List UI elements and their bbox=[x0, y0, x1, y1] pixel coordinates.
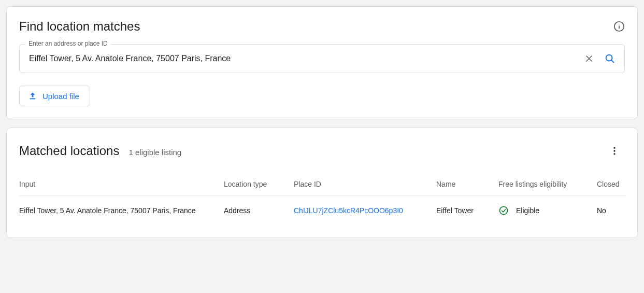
matched-subtitle: 1 eligible listing bbox=[128, 148, 181, 157]
search-field-row bbox=[19, 44, 625, 73]
svg-point-10 bbox=[613, 153, 615, 155]
matched-title-wrap: Matched locations 1 eligible listing bbox=[19, 144, 181, 158]
svg-rect-7 bbox=[30, 99, 36, 100]
cell-location-type: Address bbox=[224, 196, 294, 226]
svg-point-2 bbox=[619, 24, 619, 25]
place-id-link[interactable]: ChIJLU7jZClu5kcR4PcOOO6p3I0 bbox=[294, 206, 403, 215]
svg-line-6 bbox=[611, 60, 613, 62]
col-eligibility: Free listings eligibility bbox=[498, 174, 597, 196]
matched-locations-card: Matched locations 1 eligible listing Inp… bbox=[6, 128, 638, 238]
col-input: Input bbox=[19, 174, 224, 196]
info-icon[interactable] bbox=[613, 21, 625, 32]
search-icon bbox=[604, 53, 616, 64]
clear-button[interactable] bbox=[579, 48, 599, 69]
upload-icon bbox=[28, 91, 37, 101]
search-field-label: Enter an address or place ID bbox=[25, 40, 111, 47]
search-button[interactable] bbox=[599, 48, 620, 69]
check-circle-icon bbox=[498, 205, 509, 216]
matched-header: Matched locations 1 eligible listing bbox=[19, 141, 625, 161]
cell-name: Eiffel Tower bbox=[436, 196, 498, 226]
svg-point-9 bbox=[613, 150, 615, 151]
search-field: Enter an address or place ID bbox=[19, 44, 625, 73]
svg-point-8 bbox=[613, 147, 615, 149]
find-card-header: Find location matches bbox=[19, 19, 625, 34]
col-name: Name bbox=[436, 174, 498, 196]
table-row: Eiffel Tower, 5 Av. Anatole France, 7500… bbox=[19, 196, 625, 226]
more-options-button[interactable] bbox=[604, 141, 625, 161]
matched-title: Matched locations bbox=[19, 144, 119, 158]
matched-table: Input Location type Place ID Name Free l… bbox=[19, 174, 625, 225]
find-title: Find location matches bbox=[19, 19, 140, 34]
close-icon bbox=[584, 53, 594, 64]
cell-eligibility: Eligible bbox=[498, 205, 591, 216]
more-vert-icon bbox=[609, 146, 620, 156]
upload-file-button[interactable]: Upload file bbox=[19, 86, 90, 106]
cell-input: Eiffel Tower, 5 Av. Anatole France, 7500… bbox=[19, 196, 224, 226]
eligibility-text: Eligible bbox=[516, 206, 539, 215]
find-location-card: Find location matches Enter an address o… bbox=[6, 6, 638, 119]
cell-closed: No bbox=[597, 196, 625, 226]
col-place-id: Place ID bbox=[294, 174, 436, 196]
table-header-row: Input Location type Place ID Name Free l… bbox=[19, 174, 625, 196]
col-closed: Closed bbox=[597, 174, 625, 196]
col-location-type: Location type bbox=[224, 174, 294, 196]
upload-label: Upload file bbox=[42, 92, 79, 101]
svg-point-11 bbox=[500, 207, 508, 215]
search-input[interactable] bbox=[28, 53, 579, 64]
